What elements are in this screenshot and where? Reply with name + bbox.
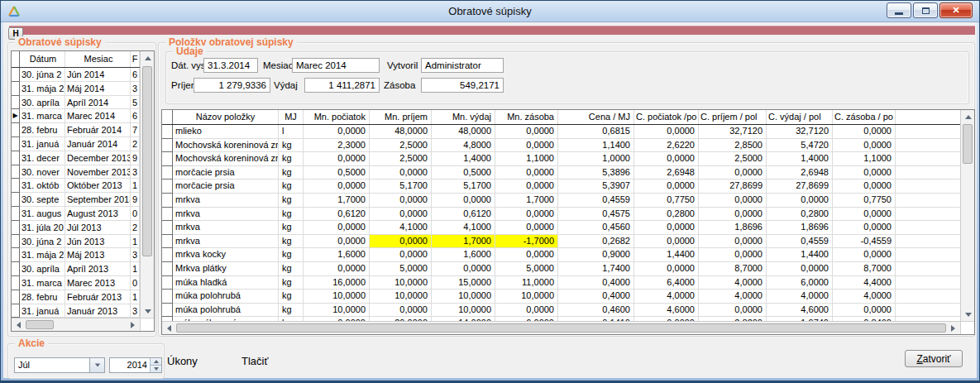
cell-m-vyd[interactable]: 0,0000 <box>432 262 495 276</box>
sidebar-row[interactable]: 30. noverNovember 20133 <box>12 165 140 180</box>
sidebar-cell-mesiac[interactable]: Marec 2014 <box>65 109 131 123</box>
cell-m-cpri[interactable]: 0,0000 <box>699 248 767 262</box>
sidebar-column-mesiac[interactable]: Mesiac <box>65 51 131 67</box>
cell-m-cvyd[interactable]: 5,4720 <box>767 139 833 153</box>
row-header[interactable] <box>162 125 173 139</box>
cell-m-cpoc[interactable]: 2,6220 <box>634 139 699 153</box>
cell-m-cena[interactable]: 0,4559 <box>558 194 634 208</box>
close-window-button[interactable]: ✕ <box>939 2 973 18</box>
cell-m-czas[interactable]: 0,0000 <box>833 139 896 153</box>
cell-m-pri[interactable]: 10,0000 <box>370 290 432 304</box>
sidebar-cell-datum[interactable]: 31. mája 2 <box>20 82 65 96</box>
cell-m-zas[interactable]: 5,0000 <box>495 262 558 276</box>
sidebar-row-header[interactable] <box>12 262 20 276</box>
scroll-down-button[interactable] <box>141 304 155 318</box>
row-header[interactable] <box>162 208 173 222</box>
cell-m-cena[interactable]: 1,7400 <box>558 262 634 276</box>
scroll-thumb[interactable] <box>176 323 946 333</box>
cell-m-poc[interactable]: 1,6000 <box>304 248 370 262</box>
cell-mj[interactable]: kg <box>279 152 304 166</box>
cell-m-cvyd[interactable]: 1,8696 <box>767 221 833 235</box>
cell-m-poc[interactable]: 0,0000 <box>304 221 370 235</box>
cell-m-vyd[interactable]: 5,1700 <box>432 180 495 194</box>
sidebar-row-header[interactable] <box>12 151 20 165</box>
scroll-down-button[interactable] <box>961 308 975 321</box>
column-c-pociatok[interactable]: C. počiatok /po <box>634 110 699 124</box>
cell-m-cvyd[interactable]: 6,0000 <box>767 276 833 290</box>
month-combobox-dropdown-button[interactable] <box>89 358 104 372</box>
sidebar-cell-mesiac[interactable]: Február 2014 <box>65 123 131 137</box>
sidebar-cell-datum[interactable]: 28. febru <box>20 123 65 137</box>
cell-m-cena[interactable]: 5,3896 <box>558 166 634 180</box>
sidebar-cell-mesiac[interactable]: September 2013 <box>65 193 131 207</box>
sidebar-row-header[interactable] <box>12 193 20 207</box>
sidebar-cell-datum[interactable]: 31. októb <box>20 179 65 193</box>
cell-m-cpoc[interactable]: 0,0000 <box>634 262 699 276</box>
cell-m-cvyd[interactable]: 4,6000 <box>767 304 833 318</box>
cell-m-czas[interactable]: 0,7750 <box>833 194 896 208</box>
cell-mj[interactable]: kg <box>279 235 304 249</box>
cell-m-cpoc[interactable]: 4,0000 <box>634 290 699 304</box>
sidebar-cell-f[interactable]: 3 <box>131 304 140 318</box>
sidebar-cell-datum[interactable]: 31. decer <box>20 151 65 165</box>
row-header[interactable] <box>162 235 173 249</box>
sidebar-row[interactable]: 30. júna 2Jún 20131 <box>12 235 140 249</box>
cell-m-pri[interactable]: 0,0000 <box>370 304 432 318</box>
sidebar-cell-mesiac[interactable]: November 2013 <box>65 165 131 180</box>
cell-m-cpri[interactable]: 27,8699 <box>699 180 767 194</box>
sidebar-cell-mesiac[interactable]: Marec 2013 <box>65 276 131 290</box>
cell-m-cvyd[interactable]: 27,8699 <box>767 180 833 194</box>
cell-mj[interactable]: kg <box>279 248 304 262</box>
sidebar-cell-f[interactable]: 2 <box>131 137 140 151</box>
cell-mj[interactable]: l <box>279 125 304 139</box>
cell-m-cvyd[interactable]: 1,4400 <box>767 248 833 262</box>
sidebar-row[interactable]: 28. februFebruár 20147 <box>12 123 140 137</box>
sidebar-row-header[interactable] <box>12 221 20 235</box>
app-icon[interactable] <box>7 5 21 18</box>
cell-m-zas[interactable]: -1,7000 <box>495 235 558 249</box>
cell-mj[interactable]: kg <box>279 290 304 304</box>
sidebar-cell-datum[interactable]: 31. januá <box>20 137 65 151</box>
cell-m-cpri[interactable]: 2,8500 <box>699 139 767 153</box>
cell-m-cpoc[interactable]: 0,0000 <box>634 180 699 194</box>
scroll-left-button[interactable] <box>162 322 176 334</box>
spinner-up-button[interactable] <box>151 358 161 366</box>
cell-mj[interactable]: kg <box>279 276 304 290</box>
cell-m-cena[interactable]: 0,4575 <box>558 208 634 222</box>
cell-m-cena[interactable]: 0,6815 <box>558 125 634 139</box>
cell-m-czas[interactable]: 0,0000 <box>833 180 896 194</box>
cell-m-cpoc[interactable]: 1,4400 <box>634 248 699 262</box>
table-row[interactable]: mrkvakg0,61200,00000,61200,00000,45750,2… <box>162 208 960 222</box>
row-header[interactable] <box>162 262 173 276</box>
row-header[interactable] <box>162 194 173 208</box>
ukony-button[interactable]: Úkony <box>167 355 198 367</box>
cell-m-cpri[interactable]: 1,8696 <box>699 221 767 235</box>
row-header[interactable] <box>162 180 173 194</box>
sidebar-row[interactable]: ▶31. marcaMarec 20146 <box>12 109 140 123</box>
column-mj[interactable]: MJ <box>279 110 304 124</box>
sidebar-cell-datum[interactable]: 31. marca <box>20 109 65 123</box>
scroll-thumb[interactable] <box>26 320 54 329</box>
cell-m-pri[interactable]: 0,0000 <box>370 208 432 222</box>
cell-m-czas[interactable]: 4,4000 <box>833 276 896 290</box>
column-mn-zasoba[interactable]: Mn. zásoba <box>495 110 558 124</box>
cell-name[interactable]: múka hladká <box>173 276 279 290</box>
sidebar-cell-f[interactable]: 1 <box>131 179 140 193</box>
sidebar-cell-f[interactable]: 6 <box>131 68 140 82</box>
cell-m-cpoc[interactable]: 2,6948 <box>634 166 699 180</box>
cell-m-zas[interactable]: 0,0000 <box>495 125 558 139</box>
cell-m-cpri[interactable]: 4,0000 <box>699 276 767 290</box>
cell-name[interactable]: mrkva <box>173 235 279 249</box>
scroll-thumb[interactable] <box>142 66 152 256</box>
cell-m-czas[interactable]: 0,0000 <box>833 208 896 222</box>
cell-m-cena[interactable]: 0,2682 <box>558 235 634 249</box>
main-vscrollbar[interactable] <box>960 110 974 321</box>
cell-m-czas[interactable]: 1,1000 <box>833 152 896 166</box>
cell-m-cpoc[interactable]: 6,4000 <box>634 276 699 290</box>
column-nazov-polozky[interactable]: Názov položky <box>173 110 279 124</box>
cell-m-vyd[interactable]: 4,8000 <box>432 139 495 153</box>
cell-m-pri[interactable]: 5,0000 <box>370 262 432 276</box>
sidebar-cell-datum[interactable]: 30. júna 2 <box>20 235 65 249</box>
cell-m-cpri[interactable]: 0,0000 <box>699 208 767 222</box>
table-row[interactable]: mrkvakg0,00000,00001,7000-1,70000,26820,… <box>162 235 960 249</box>
